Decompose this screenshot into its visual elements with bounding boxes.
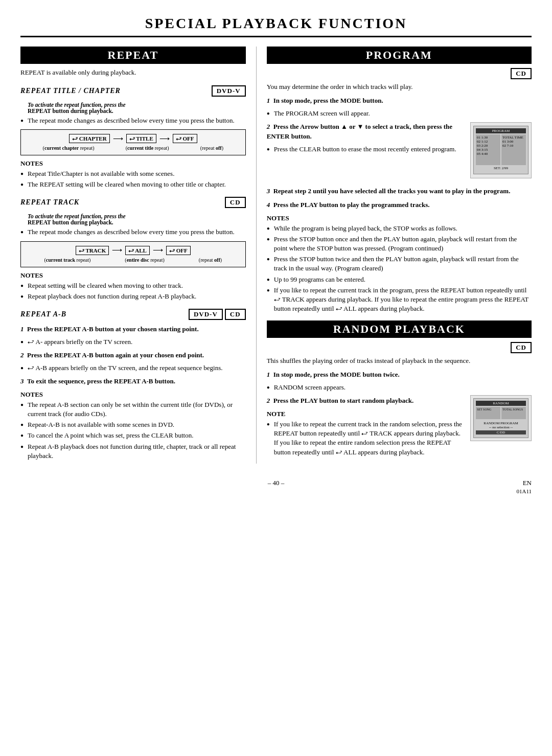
- off-icon-track: ⮐ OFF: [166, 246, 191, 255]
- program-cd-badge: CD: [511, 68, 532, 79]
- repeat-tc-notes-header: NOTES: [20, 159, 246, 168]
- repeat-title-chapter: REPEAT TITLE / CHAPTER DVD-V To activate…: [20, 81, 246, 190]
- repeat-track-bullet1: The repeat mode changes as described bel…: [20, 227, 246, 237]
- repeat-ab-section: REPEAT A-B DVD-V CD 1 Press the REPEAT A…: [20, 304, 246, 461]
- tc-labels: (current chapter repeat) (current title …: [27, 145, 239, 151]
- repeat-ab-step3: 3 To exit the sequence, press the REPEAT…: [20, 377, 246, 386]
- random-section-title: RANDOM PLAYBACK: [267, 320, 532, 338]
- off-icon-tc: ⮐ OFF: [173, 134, 197, 143]
- prog-note3: Press the STOP button twice and then the…: [267, 255, 532, 273]
- all-icon: ⮐ ALL: [125, 246, 150, 255]
- repeat-ab-notes-header: NOTES: [20, 391, 246, 399]
- repeat-ab-step1: 1 Press the REPEAT A-B button at your ch…: [20, 325, 246, 347]
- cd-badge-ab: CD: [225, 309, 246, 320]
- repeat-tc-bullet1: The repeat mode changes as described bel…: [20, 116, 246, 125]
- ab-note2: Repeat-A-B is not available with some sc…: [20, 420, 246, 429]
- repeat-track-notes-header: NOTES: [20, 271, 246, 280]
- random-intro: This shuffles the playing order of track…: [267, 356, 532, 366]
- repeat-tc-diagram: ⮐ CHAPTER ⟶ ⮐ TITLE ⟶ ⮐ OFF (current cha…: [20, 129, 246, 155]
- program-notes: While the program is being played back, …: [267, 224, 532, 314]
- prog-step2-bullet: Press the CLEAR button to erase the most…: [267, 145, 532, 154]
- ab-note1: The repeat A-B section can only be set w…: [20, 400, 246, 419]
- prog-note4: Up to 99 programs can be entered.: [267, 275, 532, 284]
- repeat-track-heading: REPEAT TRACK: [20, 198, 79, 207]
- random-cd-badge: CD: [511, 342, 532, 353]
- repeat-track-section: REPEAT TRACK CD To activate the repeat f…: [20, 192, 246, 301]
- repeat-ab-notes: The repeat A-B section can only be set w…: [20, 400, 246, 461]
- program-section: PROGRAM CD You may determine the order i…: [267, 47, 532, 313]
- repeat-track-note1: Repeat setting will be cleared when movi…: [20, 281, 246, 290]
- ab-step1-bullet: ⮐ A- appears briefly on the TV screen.: [20, 337, 246, 347]
- random-note1: If you like to repeat the current track …: [267, 420, 532, 457]
- track-labels: (current track repeat) (entire disc repe…: [27, 257, 239, 263]
- repeat-ab-step2: 2 Press the REPEAT A-B button again at y…: [20, 351, 246, 373]
- activate-note-tc: To activate the repeat function, press t…: [28, 102, 246, 114]
- repeat-availability: REPEAT is available only during playback…: [20, 68, 246, 78]
- repeat-ab-heading: REPEAT A-B: [20, 310, 66, 318]
- repeat-tc-note2: The REPEAT setting will be cleared when …: [20, 180, 246, 189]
- program-step4: 4 Press the PLAY button to play the prog…: [267, 200, 532, 210]
- chapter-icon: ⮐ CHAPTER: [69, 134, 110, 143]
- random-section: RANDOM PLAYBACK CD This shuffles the pla…: [267, 320, 532, 456]
- prog-note1: While the program is being played back, …: [267, 224, 532, 233]
- footer-code: 01A11: [20, 488, 532, 494]
- page-title: SPECIAL PLAYBACK FUNCTION: [20, 15, 532, 37]
- track-icon: ⮐ TRACK: [76, 246, 109, 255]
- random-notes: If you like to repeat the current track …: [267, 420, 532, 457]
- repeat-title-chapter-heading: REPEAT TITLE / CHAPTER: [20, 87, 121, 95]
- prog-note5: If you like to repeat the current track …: [267, 286, 532, 314]
- repeat-ab-badges: DVD-V CD: [189, 309, 246, 320]
- repeat-track-bullets: The repeat mode changes as described bel…: [20, 227, 246, 237]
- repeat-track-note2: Repeat playback does not function during…: [20, 292, 246, 301]
- ab-note3: To cancel the A point which was set, pre…: [20, 431, 246, 440]
- repeat-section: REPEAT REPEAT is available only during p…: [20, 47, 257, 464]
- prog-step1-bullet: The PROGRAM screen will appear.: [267, 109, 532, 118]
- dvd-v-badge: DVD-V: [212, 85, 246, 97]
- activate-note-track: To activate the repeat function, press t…: [28, 213, 246, 225]
- ab-note4: Repeat A-B playback does not function du…: [20, 442, 246, 461]
- repeat-section-title: REPEAT: [20, 47, 246, 64]
- cd-badge-track: CD: [225, 197, 246, 208]
- program-intro: You may determine the order in which tra…: [267, 82, 532, 92]
- random-step1-bullet: RANDOM screen appears.: [267, 383, 532, 392]
- page-footer: – 40 – EN: [20, 479, 532, 487]
- right-section: PROGRAM CD You may determine the order i…: [257, 47, 532, 460]
- repeat-tc-bullets: The repeat mode changes as described bel…: [20, 116, 246, 125]
- ab-step2-bullet: ⮐ A-B appears briefly on the TV screen, …: [20, 363, 246, 373]
- footer-lang: EN: [523, 479, 532, 487]
- repeat-tc-notes: Repeat Title/Chapter is not available wi…: [20, 169, 246, 189]
- dvd-v-badge-ab: DVD-V: [189, 309, 223, 320]
- prog-note2: Press the STOP button once and then the …: [267, 235, 532, 253]
- footer-page-num: – 40 –: [268, 479, 285, 487]
- random-step1: 1 In stop mode, press the MODE button tw…: [267, 370, 532, 392]
- title-icon: ⮐ TITLE: [126, 134, 156, 143]
- repeat-track-diagram: ⮐ TRACK ⟶ ⮐ ALL ⟶ ⮐ OFF (current track r…: [20, 241, 246, 267]
- program-notes-header: NOTES: [267, 214, 532, 222]
- program-step3: 3 Repeat step 2 until you have selected …: [267, 187, 532, 196]
- program-section-title: PROGRAM: [267, 47, 532, 64]
- program-step2: PROGRAM 01 1:3002 1:1203 2:2004 3:1505 4…: [267, 122, 532, 182]
- program-step1: 1 In stop mode, press the MODE button. T…: [267, 96, 532, 118]
- repeat-track-notes: Repeat setting will be cleared when movi…: [20, 281, 246, 301]
- repeat-tc-note1: Repeat Title/Chapter is not available wi…: [20, 169, 246, 178]
